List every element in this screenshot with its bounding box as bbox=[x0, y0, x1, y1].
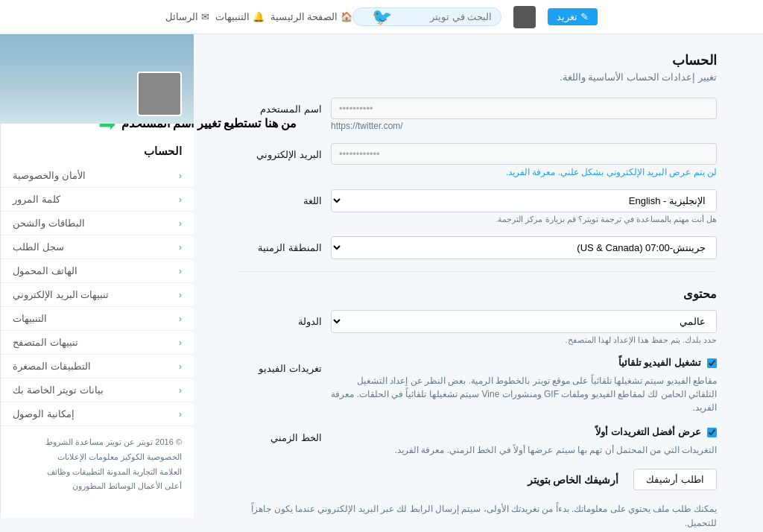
sidebar-label-cards: البطاقات والشحن bbox=[13, 218, 85, 229]
main-layout: من هنا تستطيع تغيير اسم المستخدم ➡ الحسا… bbox=[0, 34, 763, 532]
footer-line-1: © 2016 تويتر عن تويتر مساعدة الشروط bbox=[13, 435, 182, 450]
language-row: الإنجليزية - English العربية هل أنت مهتم… bbox=[240, 189, 717, 224]
footer-line-3: العلامة التجارية المدونة التطبيقات وظائف bbox=[13, 465, 182, 480]
sidebar-item-accessibility[interactable]: ‹ إمكانية الوصول bbox=[1, 402, 194, 426]
archive-desc: يمكنك طلب ملف يحتوي على معلوماتك. بدءاً … bbox=[240, 502, 717, 531]
account-subtitle: تغيير إعدادات الحساب الأساسية واللغة. bbox=[240, 72, 717, 83]
email-input-area: لن يتم عرض البريد الإلكتروني بشكل علني. … bbox=[331, 143, 717, 177]
sidebar-label-browser: تنبيهات المتصفح bbox=[13, 337, 78, 348]
account-title: الحساب bbox=[240, 52, 717, 69]
archive-request-button[interactable]: اطلب أرشيفك bbox=[633, 469, 717, 490]
email-row: لن يتم عرض البريد الإلكتروني بشكل علني. … bbox=[240, 143, 717, 177]
notifications-label: التنبيهات bbox=[215, 11, 250, 22]
email-input[interactable] bbox=[331, 143, 717, 165]
chevron-left-icon: ‹ bbox=[179, 338, 182, 348]
sidebar-item-widgets[interactable]: ‹ التطبيقات المصغرة bbox=[1, 355, 194, 379]
chevron-left-icon: ‹ bbox=[179, 171, 182, 181]
video-autoplay-checkbox[interactable] bbox=[707, 358, 717, 368]
sidebar-label-your-data: بيانات تويتر الخاصة بك bbox=[13, 384, 104, 396]
timezone-label: المنطقة الزمنية bbox=[240, 236, 322, 253]
nav-home[interactable]: 🏠 الصفحة الرئيسية bbox=[270, 11, 353, 22]
home-label: الصفحة الرئيسية bbox=[270, 11, 338, 22]
edit-icon: ✎ bbox=[580, 11, 589, 22]
timezone-input-area: جرينتش-07:00 (US & Canada) bbox=[331, 236, 717, 259]
timeline-desc: التغريدات التي من المحتمل أن تهم بها سيت… bbox=[331, 443, 717, 457]
email-label: البريد الإلكتروني bbox=[240, 143, 322, 160]
sidebar-label-notif: التنبيهات bbox=[13, 313, 47, 324]
timeline-best-tweets-checkbox[interactable] bbox=[707, 428, 717, 437]
username-input-area: https://twitter.com/ bbox=[331, 98, 717, 131]
timeline-checkbox-row: عرض أفضل التغريدات أولاً bbox=[331, 426, 717, 437]
chevron-left-icon: ‹ bbox=[179, 266, 182, 276]
sidebar-item-password[interactable]: ‹ كلمة المرور bbox=[1, 188, 194, 212]
chevron-left-icon: ‹ bbox=[179, 242, 182, 253]
content-section: محتوى عالمي حدد بلدك. يتم حفظ هذا الإعدا… bbox=[240, 287, 717, 531]
right-panel: الحساب ‹ الأمان والخصوصية ‹ كلمة المرور … bbox=[0, 34, 194, 532]
profile-avatar-large bbox=[137, 72, 182, 116]
separator bbox=[240, 271, 717, 272]
footer-line-4: أعلى الأعمال الوسائط المطورون bbox=[13, 479, 182, 494]
chevron-left-icon: ‹ bbox=[179, 290, 182, 300]
profile-image-area bbox=[0, 34, 194, 124]
username-row: https://twitter.com/ اسم المستخدم bbox=[240, 98, 717, 131]
sidebar-label-accessibility: إمكانية الوصول bbox=[13, 408, 75, 419]
video-input-area: تشغيل الفيديو تلقائياً مقاطع الفيديو سيت… bbox=[331, 357, 717, 414]
chevron-left-icon: ‹ bbox=[179, 361, 182, 372]
envelope-icon: ✉ bbox=[201, 11, 209, 22]
country-row: عالمي حدد بلدك. يتم حفظ هذا الإعداد لهذا… bbox=[240, 310, 717, 345]
sidebar-label-security: الأمان والخصوصية bbox=[13, 170, 86, 181]
sidebar-label-orders: سجل الطلب bbox=[13, 241, 64, 253]
country-label: الدولة bbox=[240, 310, 322, 327]
timeline-label: الخط الزمني bbox=[240, 426, 322, 443]
sidebar-footer: © 2016 تويتر عن تويتر مساعدة الشروط الخص… bbox=[1, 426, 194, 503]
nav-notifications[interactable]: 🔔 التنبيهات bbox=[215, 11, 265, 22]
timeline-input-area: عرض أفضل التغريدات أولاً التغريدات التي … bbox=[331, 426, 717, 457]
timezone-select[interactable]: جرينتش-07:00 (US & Canada) bbox=[331, 236, 717, 259]
twitter-logo: 🐦 bbox=[372, 7, 392, 27]
content-wrapper: من هنا تستطيع تغيير اسم المستخدم ➡ الحسا… bbox=[240, 52, 717, 532]
footer-line-2: الخصوصية الكوكيز معلومات الإعلانات bbox=[13, 450, 182, 465]
bell-icon: 🔔 bbox=[253, 11, 265, 22]
chevron-left-icon: ‹ bbox=[179, 385, 182, 396]
sidebar-item-orders[interactable]: ‹ سجل الطلب bbox=[1, 235, 194, 259]
sidebar-title: الحساب bbox=[1, 139, 194, 164]
video-row: تشغيل الفيديو تلقائياً مقاطع الفيديو سيت… bbox=[240, 357, 717, 414]
sidebar-item-mobile[interactable]: ‹ الهاتف المحمول bbox=[1, 259, 194, 283]
sidebar-item-email-notifications[interactable]: ‹ تنبيهات البريد الإلكتروني bbox=[1, 283, 194, 307]
nav-left-section: 🏠 الصفحة الرئيسية 🔔 التنبيهات ✉ الرسائل bbox=[165, 11, 353, 22]
tweet-button[interactable]: ✎ تغريد bbox=[548, 8, 598, 25]
archive-label: أرشيفك الخاص بتويتر bbox=[528, 474, 619, 486]
sidebar-item-notifications[interactable]: ‹ التنبيهات bbox=[1, 307, 194, 331]
messages-label: الرسائل bbox=[165, 11, 198, 22]
chevron-left-icon: ‹ bbox=[179, 314, 182, 324]
section-title: الحساب تغيير إعدادات الحساب الأساسية وال… bbox=[240, 52, 717, 83]
country-input-area: عالمي حدد بلدك. يتم حفظ هذا الإعداد لهذا… bbox=[331, 310, 717, 345]
sidebar-label-email-notif: تنبيهات البريد الإلكتروني bbox=[13, 289, 109, 300]
sidebar-item-security[interactable]: ‹ الأمان والخصوصية bbox=[1, 164, 194, 188]
content-area: من هنا تستطيع تغيير اسم المستخدم ➡ الحسا… bbox=[210, 34, 747, 532]
right-sidebar: الحساب ‹ الأمان والخصوصية ‹ كلمة المرور … bbox=[0, 124, 194, 518]
nav-messages[interactable]: ✉ الرسائل bbox=[165, 11, 209, 22]
chevron-left-icon: ‹ bbox=[179, 194, 182, 205]
sidebar-label-mobile: الهاتف المحمول bbox=[13, 265, 77, 276]
language-select[interactable]: الإنجليزية - English العربية bbox=[331, 189, 717, 212]
video-checkbox-label: تشغيل الفيديو تلقائياً bbox=[618, 357, 701, 368]
sidebar-item-cards[interactable]: ‹ البطاقات والشحن bbox=[1, 212, 194, 235]
country-select[interactable]: عالمي bbox=[331, 310, 717, 333]
language-input-area: الإنجليزية - English العربية هل أنت مهتم… bbox=[331, 189, 717, 224]
chevron-left-icon: ‹ bbox=[179, 218, 182, 229]
video-desc: مقاطع الفيديو سيتم تشغيلها تلقائياً على … bbox=[331, 374, 717, 414]
sidebar-label-password: كلمة المرور bbox=[13, 194, 60, 205]
video-checkbox-row: تشغيل الفيديو تلقائياً bbox=[331, 357, 717, 368]
country-hint: حدد بلدك. يتم حفظ هذا الإعداد لهذا المتص… bbox=[331, 335, 717, 345]
avatar[interactable] bbox=[513, 6, 536, 28]
sidebar-item-your-data[interactable]: ‹ بيانات تويتر الخاصة بك bbox=[1, 379, 194, 402]
timeline-row: عرض أفضل التغريدات أولاً التغريدات التي … bbox=[240, 426, 717, 457]
archive-row: اطلب أرشيفك أرشيفك الخاص بتويتر bbox=[240, 469, 717, 490]
email-hint: لن يتم عرض البريد الإلكتروني بشكل علني. … bbox=[331, 167, 717, 177]
timezone-row: جرينتش-07:00 (US & Canada) المنطقة الزمن… bbox=[240, 236, 717, 259]
content-section-title: محتوى bbox=[240, 287, 717, 301]
sidebar-item-browser-notif[interactable]: ‹ تنبيهات المتصفح bbox=[1, 331, 194, 355]
username-input[interactable] bbox=[331, 98, 717, 119]
twitter-url-hint: https://twitter.com/ bbox=[331, 121, 717, 131]
